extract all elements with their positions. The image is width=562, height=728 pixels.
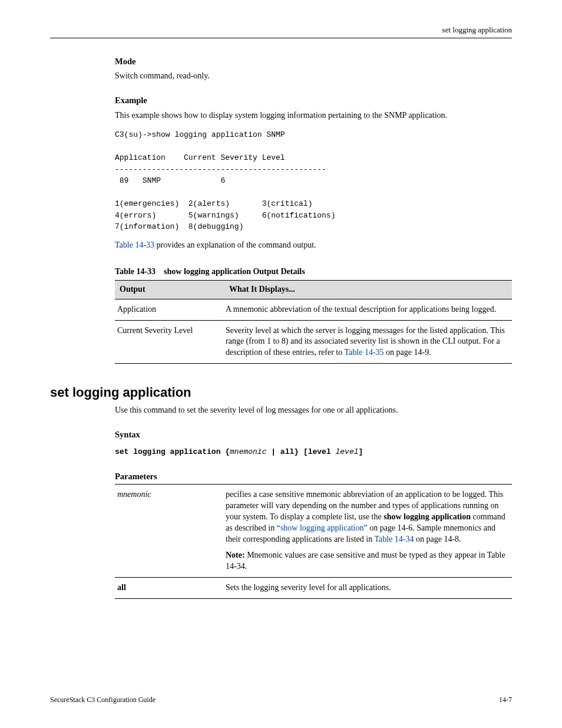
tbl33-r2c2-post: on page 14-9.: [384, 348, 431, 357]
param-mnemonic-name: mnemonic: [115, 485, 223, 577]
tbl33-r1c1: Application: [115, 299, 223, 320]
table-14-35-link[interactable]: Table 14-35: [345, 348, 384, 357]
footer-right: 14-7: [499, 695, 512, 704]
example-text: This example shows how to display system…: [115, 110, 512, 121]
tbl33-head-c2: What It Displays...: [224, 281, 512, 299]
table-14-34-link[interactable]: Table 14-34: [374, 535, 414, 543]
table-14-33-caption: Table 14-33 show logging application Out…: [115, 266, 512, 278]
param-mnemonic-desc: pecifies a case sensitive mnemonic abbre…: [223, 485, 512, 577]
syntax-line: set logging application {mnemonic | all}…: [115, 446, 512, 458]
param-all-desc: Sets the logging severity level for all …: [223, 577, 512, 598]
example-post: Table 14-33 provides an explanation of t…: [115, 240, 512, 251]
tbl33-r2c2: Severity level at which the server is lo…: [223, 320, 512, 364]
example-code: C3(su)->show logging application SNMP Ap…: [115, 129, 512, 233]
mode-text: Switch command, read-only.: [115, 71, 512, 82]
param-all-name: all: [115, 577, 223, 598]
parameters-table: mnemonic pecifies a case sensitive mnemo…: [115, 484, 512, 598]
tbl33-r1c2: A mnemonic abbreviation of the textual d…: [223, 299, 512, 320]
header-right: set logging application: [50, 25, 512, 35]
header-rule: [50, 38, 512, 38]
table-14-33-link[interactable]: Table 14-33: [115, 241, 154, 249]
command-title: set logging application: [50, 384, 512, 401]
command-desc: Use this command to set the severity lev…: [115, 405, 512, 416]
footer-left: SecureStack C3 Configuration Guide: [50, 695, 156, 704]
table-14-33: Output What It Displays... Application A…: [115, 280, 512, 364]
mode-heading: Mode: [115, 56, 512, 68]
show-logging-application-link[interactable]: “show logging application”: [277, 523, 368, 532]
tbl33-r2c1: Current Severity Level: [115, 320, 223, 364]
syntax-heading: Syntax: [115, 429, 512, 441]
example-heading: Example: [115, 95, 512, 107]
parameters-heading: Parameters: [115, 471, 512, 483]
example-post-text: provides an explanation of the command o…: [154, 241, 316, 249]
tbl33-head-c1: Output: [115, 281, 224, 299]
